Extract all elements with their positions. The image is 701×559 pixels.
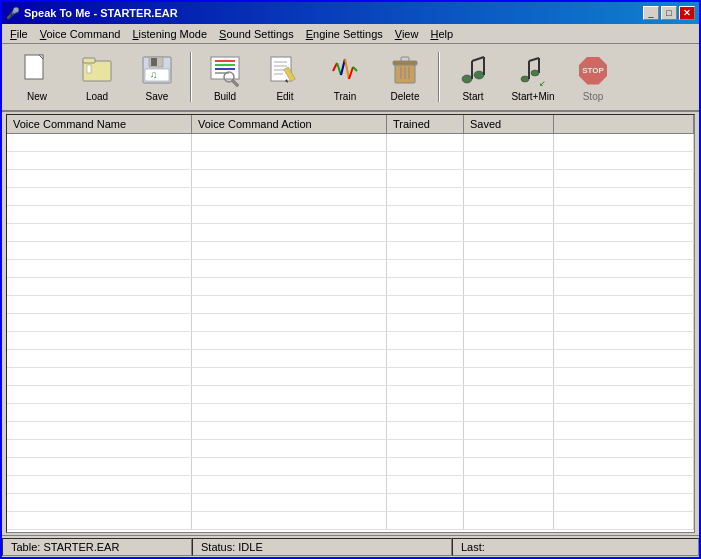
table-row <box>7 224 694 242</box>
table-row <box>7 278 694 296</box>
table-row <box>7 440 694 458</box>
load-label: Load <box>86 91 108 102</box>
table-row <box>7 206 694 224</box>
svg-text:♫: ♫ <box>150 69 158 80</box>
title-bar: 🎤 Speak To Me - STARTER.EAR _ □ ✕ <box>2 2 699 24</box>
save-label: Save <box>146 91 169 102</box>
table-row <box>7 368 694 386</box>
table-row <box>7 350 694 368</box>
table-row <box>7 422 694 440</box>
col-header-trained: Trained <box>387 115 464 133</box>
toolbar: New Load ♫ <box>2 44 699 112</box>
svg-line-44 <box>529 58 539 61</box>
main-table: Voice Command Name Voice Command Action … <box>6 114 695 533</box>
status-table: Table: STARTER.EAR <box>2 538 192 556</box>
table-row <box>7 188 694 206</box>
table-row <box>7 512 694 530</box>
build-label: Build <box>214 91 236 102</box>
table-row <box>7 386 694 404</box>
table-body <box>7 134 694 532</box>
window-controls: _ □ ✕ <box>643 6 695 20</box>
svg-point-46 <box>531 70 539 76</box>
svg-rect-5 <box>87 65 91 73</box>
col-header-cmd-action: Voice Command Action <box>192 115 387 133</box>
col-header-saved: Saved <box>464 115 554 133</box>
svg-line-27 <box>341 59 345 75</box>
load-icon <box>79 53 115 89</box>
train-icon <box>327 53 363 89</box>
edit-icon <box>267 53 303 89</box>
svg-text:↙: ↙ <box>539 79 546 88</box>
table-row <box>7 458 694 476</box>
startmin-label: Start+Min <box>511 91 554 102</box>
table-row <box>7 404 694 422</box>
svg-line-29 <box>349 67 353 79</box>
close-button[interactable]: ✕ <box>679 6 695 20</box>
stop-icon: STOP <box>575 53 611 89</box>
delete-label: Delete <box>391 91 420 102</box>
col-header-extra <box>554 115 694 133</box>
table-row <box>7 494 694 512</box>
edit-label: Edit <box>276 91 293 102</box>
table-row <box>7 476 694 494</box>
menu-engine-settings[interactable]: Engine Settings <box>300 26 389 42</box>
build-icon <box>207 53 243 89</box>
start-icon <box>455 53 491 89</box>
delete-button[interactable]: Delete <box>376 48 434 106</box>
edit-button[interactable]: Edit <box>256 48 314 106</box>
startmin-icon: ↙ <box>515 53 551 89</box>
menu-help[interactable]: Help <box>424 26 459 42</box>
menu-voice-command[interactable]: Voice Command <box>34 26 127 42</box>
stop-button[interactable]: STOP Stop <box>564 48 622 106</box>
table-row <box>7 332 694 350</box>
status-status: Status: IDLE <box>192 538 452 556</box>
train-button[interactable]: Train <box>316 48 374 106</box>
minimize-button[interactable]: _ <box>643 6 659 20</box>
svg-point-42 <box>521 76 529 82</box>
svg-rect-4 <box>83 58 95 63</box>
table-row <box>7 152 694 170</box>
menu-view[interactable]: View <box>389 26 425 42</box>
toolbar-sep-2 <box>438 52 440 102</box>
toolbar-sep-1 <box>190 52 192 102</box>
svg-rect-0 <box>25 55 43 79</box>
save-button[interactable]: ♫ Save <box>128 48 186 106</box>
svg-point-38 <box>474 71 484 79</box>
stop-label: Stop <box>583 91 604 102</box>
svg-line-28 <box>345 59 349 79</box>
save-icon: ♫ <box>139 53 175 89</box>
svg-line-26 <box>337 63 341 75</box>
new-label: New <box>27 91 47 102</box>
table-row <box>7 314 694 332</box>
app-icon: 🎤 <box>6 6 20 20</box>
menu-sound-settings[interactable]: Sound Settings <box>213 26 300 42</box>
new-button[interactable]: New <box>8 48 66 106</box>
svg-rect-8 <box>151 58 157 66</box>
train-label: Train <box>334 91 356 102</box>
menu-file[interactable]: File <box>4 26 34 42</box>
table-header: Voice Command Name Voice Command Action … <box>7 115 694 134</box>
new-icon <box>19 53 55 89</box>
startmin-button[interactable]: ↙ Start+Min <box>504 48 562 106</box>
status-last: Last: <box>452 538 699 556</box>
load-button[interactable]: Load <box>68 48 126 106</box>
col-header-cmd-name: Voice Command Name <box>7 115 192 133</box>
svg-line-30 <box>353 67 357 71</box>
status-bar: Table: STARTER.EAR Status: IDLE Last: <box>2 535 699 557</box>
start-button[interactable]: Start <box>444 48 502 106</box>
svg-point-37 <box>462 75 472 83</box>
build-button[interactable]: Build <box>196 48 254 106</box>
table-row <box>7 170 694 188</box>
delete-icon <box>387 53 423 89</box>
window-title: Speak To Me - STARTER.EAR <box>24 7 178 19</box>
table-row <box>7 296 694 314</box>
table-row <box>7 134 694 152</box>
maximize-button[interactable]: □ <box>661 6 677 20</box>
table-row <box>7 242 694 260</box>
menu-listening-mode[interactable]: Listening Mode <box>126 26 213 42</box>
table-row <box>7 260 694 278</box>
svg-line-39 <box>472 57 484 61</box>
menu-bar: File Voice Command Listening Mode Sound … <box>2 24 699 44</box>
main-window: 🎤 Speak To Me - STARTER.EAR _ □ ✕ File V… <box>0 0 701 559</box>
start-label: Start <box>462 91 483 102</box>
